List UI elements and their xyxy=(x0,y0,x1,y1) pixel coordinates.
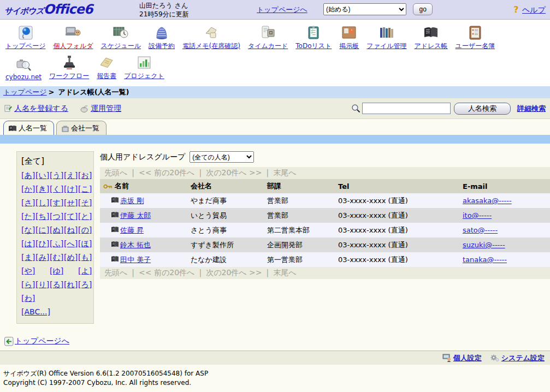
toolbar-item-phone-memo[interactable]: 電話メモ(在席確認) xyxy=(182,23,240,51)
kana-index-link[interactable]: [け] xyxy=(64,182,78,196)
kana-index-link[interactable]: [て] xyxy=(64,210,78,223)
personal-settings-link[interactable]: 個人設定 xyxy=(453,353,482,363)
pager-next-link[interactable]: 次の20件へ >> xyxy=(206,168,262,177)
kana-index-link[interactable]: [な] xyxy=(21,223,36,237)
kana-index-link[interactable]: [せ] xyxy=(64,196,78,210)
kana-index-link[interactable]: [つ] xyxy=(50,210,64,223)
kana-index-link[interactable]: [す] xyxy=(50,196,64,210)
kana-index-link[interactable]: [お] xyxy=(78,169,92,182)
help-link[interactable]: ヘルプ xyxy=(522,5,546,14)
kana-index-link[interactable]: [と] xyxy=(78,210,92,223)
toolbar-item-project[interactable]: プロジェクト xyxy=(124,53,164,81)
toolbar-link-schedule[interactable]: スケジュール xyxy=(101,42,141,50)
go-button[interactable]: go xyxy=(413,3,433,15)
kana-index-link[interactable]: [こ] xyxy=(78,182,92,196)
toolbar-link-address-book[interactable]: アドレス帳 xyxy=(414,42,447,50)
pager-first-link[interactable]: 先頭へ xyxy=(104,168,127,177)
back-to-top-link[interactable]: トップページへ xyxy=(15,336,69,346)
toolbar-item-bulletin[interactable]: 掲示板 xyxy=(339,23,359,51)
email-link[interactable]: sato@----- xyxy=(463,226,498,234)
email-link[interactable]: ito@----- xyxy=(463,211,492,219)
person-name-link[interactable]: 赤坂 剛 xyxy=(120,196,144,206)
kana-index-link[interactable]: [し] xyxy=(36,196,50,210)
toolbar-item-file-management[interactable]: ファイル管理 xyxy=(366,23,406,51)
personal-settings-item[interactable]: 個人設定 xyxy=(442,353,482,363)
back-arrow-icon[interactable] xyxy=(4,337,14,346)
pager-next-link[interactable]: 次の20件へ >> xyxy=(206,268,262,277)
email-link[interactable]: tanaka@----- xyxy=(463,256,507,264)
toolbar-item-personal-folder[interactable]: 個人フォルダ xyxy=(53,23,93,51)
toolbar-item-report[interactable]: 報告書 xyxy=(97,53,116,81)
pager-prev-link[interactable]: << 前の20件へ xyxy=(139,168,194,177)
toolbar-link-todo-list[interactable]: ToDoリスト xyxy=(295,42,332,50)
kana-index-link[interactable]: [ま] xyxy=(21,251,36,264)
kana-index-link[interactable]: [た] xyxy=(21,210,36,223)
kana-index-link[interactable]: [く] xyxy=(50,182,64,196)
kana-index-link[interactable]: [は] xyxy=(21,237,36,251)
kana-index-link[interactable]: [や] xyxy=(21,264,36,278)
toolbar-link-facility[interactable]: 設備予約 xyxy=(149,42,175,50)
toolbar-link-phone-memo[interactable]: 電話メモ(在席確認) xyxy=(182,42,240,50)
toolbar-item-facility[interactable]: 設備予約 xyxy=(149,23,175,51)
kana-index-link[interactable]: [さ] xyxy=(21,196,36,210)
kana-index-link[interactable]: [よ] xyxy=(78,264,92,278)
kana-index-link[interactable]: [む] xyxy=(50,251,64,264)
kana-index-link[interactable]: [の] xyxy=(78,223,92,237)
admin-link[interactable]: 運用管理 xyxy=(91,104,121,114)
kana-index-link[interactable]: [ね] xyxy=(64,223,78,237)
email-link[interactable]: suzuki@----- xyxy=(463,241,505,249)
kana-index-link[interactable]: [も] xyxy=(78,251,92,264)
toolbar-item-timecard[interactable]: タイムカード xyxy=(248,23,288,51)
toolbar-link-bulletin[interactable]: 掲示板 xyxy=(339,42,359,50)
person-name-link[interactable]: 佐藤 昇 xyxy=(120,225,144,235)
kana-index-link[interactable]: [ひ] xyxy=(36,237,50,251)
toolbar-link-user-roster[interactable]: ユーザー名簿 xyxy=(456,42,495,50)
toolbar-item-workflow[interactable]: ワークフロー xyxy=(49,53,89,81)
kana-index-link[interactable]: [ゆ] xyxy=(50,264,64,278)
toolbar-link-top-page[interactable]: トップページ xyxy=(5,42,45,50)
kana-index-link[interactable]: [か] xyxy=(21,182,36,196)
kana-index-link[interactable]: [ろ] xyxy=(78,278,92,292)
person-name-link[interactable]: 田中 美子 xyxy=(120,255,151,265)
kana-index-link[interactable]: [め] xyxy=(64,251,78,264)
column-header-name[interactable]: 名前 xyxy=(100,179,187,193)
kana-index-link[interactable]: [り] xyxy=(36,278,50,292)
person-name-link[interactable]: 鈴木 拓也 xyxy=(120,240,151,250)
toolbar-link-project[interactable]: プロジェクト xyxy=(124,72,164,80)
toolbar-link-timecard[interactable]: タイムカード xyxy=(248,42,288,50)
kana-index-link[interactable]: [き] xyxy=(36,182,50,196)
toolbar-item-cybozu-net[interactable]: cybozu.net xyxy=(5,55,42,81)
kana-index-link[interactable]: [ほ] xyxy=(78,237,92,251)
kana-index-link[interactable]: [え] xyxy=(64,169,78,182)
kana-index-link[interactable]: [へ] xyxy=(64,237,78,251)
toolbar-link-cybozu-net[interactable]: cybozu.net xyxy=(5,73,42,81)
person-name-link[interactable]: 伊藤 太郎 xyxy=(120,211,151,221)
kana-index-link[interactable]: [い] xyxy=(36,169,50,182)
pager-first-link[interactable]: 先頭へ xyxy=(104,268,127,277)
detail-search-link[interactable]: 詳細検索 xyxy=(517,104,546,114)
pager-last-link[interactable]: 末尾へ xyxy=(273,268,296,277)
kana-index-link[interactable]: [ふ] xyxy=(50,237,64,251)
toolbar-link-report[interactable]: 報告書 xyxy=(97,72,116,80)
address-group-select[interactable]: (全ての人名) xyxy=(190,151,254,163)
breadcrumb-home-link[interactable]: トップページ xyxy=(3,88,47,96)
kana-index-link[interactable]: [る] xyxy=(50,278,64,292)
toolbar-link-personal-folder[interactable]: 個人フォルダ xyxy=(53,42,93,50)
register-person-link[interactable]: 人名を登録する xyxy=(14,104,68,114)
system-settings-item[interactable]: システム設定 xyxy=(490,353,545,363)
kana-index-link[interactable]: [ぬ] xyxy=(50,223,64,237)
kana-index-link[interactable]: [う] xyxy=(50,169,64,182)
person-search-input[interactable] xyxy=(362,103,451,114)
admin-action[interactable]: 運用管理 xyxy=(80,104,121,114)
kana-index-link[interactable]: [そ] xyxy=(78,196,92,210)
kana-index-link[interactable]: [れ] xyxy=(64,278,78,292)
toolbar-link-workflow[interactable]: ワークフロー xyxy=(49,72,89,80)
kana-index-abc-link[interactable]: [ABC...] xyxy=(21,307,50,316)
tab-person-list[interactable]: 人名一覧 xyxy=(3,121,54,135)
toolbar-item-address-book[interactable]: アドレス帳 xyxy=(414,23,447,51)
kana-index-all-link[interactable]: [全て] xyxy=(21,156,91,167)
kana-index-link[interactable]: [み] xyxy=(36,251,50,264)
toolbar-item-top-page[interactable]: トップページ xyxy=(5,23,45,51)
email-link[interactable]: akasaka@----- xyxy=(463,197,512,205)
toolbar-item-schedule[interactable]: スケジュール xyxy=(101,23,141,51)
